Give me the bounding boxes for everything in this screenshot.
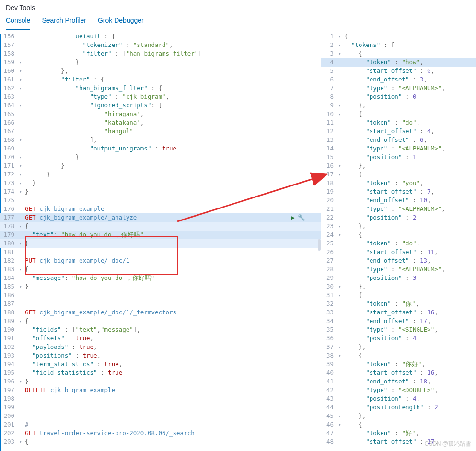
code-line[interactable]: 40 "start_offset" : 16, xyxy=(321,369,476,377)
fold-icon[interactable]: ▾ xyxy=(338,110,344,118)
fold-icon[interactable]: ▾ xyxy=(338,170,344,179)
code-line[interactable]: 4 "token" : "how", xyxy=(321,58,476,67)
code-line[interactable]: 202GET travel-order-service-pro-2020.08.… xyxy=(0,429,321,438)
code-line[interactable]: 201#------------------------------------… xyxy=(0,420,321,429)
code-line[interactable]: 28 "type" : "<ALPHANUM>", xyxy=(321,265,476,274)
code-line[interactable]: 25 "token" : "do", xyxy=(321,239,476,248)
code-line[interactable]: 160▾ }, xyxy=(0,67,321,75)
code-line[interactable]: 204▾ "query": { xyxy=(0,446,321,448)
fold-icon[interactable]: ▾ xyxy=(338,41,344,49)
code-line[interactable]: 20 "end_offset" : 10, xyxy=(321,196,476,205)
code-line[interactable]: 182PUT cjk_bigram_example/_doc/1 xyxy=(0,256,321,265)
code-line[interactable]: 42 "type" : "<DOUBLE>", xyxy=(321,386,476,394)
code-line[interactable]: 38▾ { xyxy=(321,351,476,360)
code-line[interactable]: 31▾ { xyxy=(321,291,476,300)
code-line[interactable]: 166 "katakana", xyxy=(0,118,321,127)
fold-icon[interactable]: ▾ xyxy=(19,222,25,231)
code-line[interactable]: 165 "hiragana", xyxy=(0,110,321,118)
code-line[interactable]: 34 "end_offset" : 17, xyxy=(321,317,476,325)
code-line[interactable]: 170▾ } xyxy=(0,153,321,162)
wrench-icon[interactable]: 🔧 xyxy=(298,213,305,222)
code-line[interactable]: 193 "positions" : true, xyxy=(0,351,321,360)
code-line[interactable]: 171▾ } xyxy=(0,162,321,170)
code-line[interactable]: 39 "token" : "你好", xyxy=(321,360,476,369)
code-line[interactable]: 22 "position" : 2 xyxy=(321,213,476,222)
code-line[interactable]: 12 "start_offset" : 4, xyxy=(321,127,476,136)
fold-icon[interactable]: ▾ xyxy=(19,179,25,187)
code-line[interactable]: 190 "fields" : ["text","message"], xyxy=(0,325,321,334)
code-line[interactable]: 203▾{ xyxy=(0,438,321,446)
play-icon[interactable]: ▶ xyxy=(291,213,295,222)
code-line[interactable]: 1▾{ xyxy=(321,32,476,41)
fold-icon[interactable]: ▾ xyxy=(19,75,25,84)
code-line[interactable]: 181 xyxy=(0,248,321,256)
code-line[interactable]: 158 "filter" : ["han_bigrams_filter"] xyxy=(0,49,321,58)
fold-icon[interactable]: ▾ xyxy=(19,187,25,196)
tab-search-profiler[interactable]: Search Profiler xyxy=(42,16,86,30)
fold-icon[interactable]: ▾ xyxy=(338,49,344,58)
code-line[interactable]: 5 "start_offset" : 0, xyxy=(321,67,476,75)
fold-icon[interactable]: ▾ xyxy=(338,101,344,110)
code-line[interactable]: 27 "end_offset" : 13, xyxy=(321,256,476,265)
code-line[interactable]: 18 "token" : "you", xyxy=(321,179,476,187)
code-line[interactable]: 6 "end_offset" : 3, xyxy=(321,75,476,84)
code-line[interactable]: 173▾ } xyxy=(0,179,321,187)
code-line[interactable]: 157 "tokenizer" : "standard", xyxy=(0,41,321,49)
fold-icon[interactable]: ▾ xyxy=(19,162,25,170)
code-line[interactable]: 2▾ "tokens" : [ xyxy=(321,41,476,49)
code-line[interactable]: 13 "end_offset" : 6, xyxy=(321,136,476,144)
code-line[interactable]: 179 "text": "how do you do ，你好吗" xyxy=(0,231,321,239)
code-line[interactable]: 162▾ "han_bigrams_filter" : { xyxy=(0,84,321,93)
code-line[interactable]: 10▾ { xyxy=(321,110,476,118)
code-line[interactable]: 169 "output_unigrams" : true xyxy=(0,144,321,153)
code-line[interactable]: 7 "type" : "<ALPHANUM>", xyxy=(321,84,476,93)
fold-icon[interactable]: ▾ xyxy=(19,58,25,67)
request-editor[interactable]: 156 ueiauit : {157 "tokenizer" : "standa… xyxy=(0,30,321,448)
code-line[interactable]: 178▾{ xyxy=(0,222,321,231)
code-line[interactable]: 45▾ }, xyxy=(321,412,476,420)
code-line[interactable]: 194 "term_statistics" : true, xyxy=(0,360,321,369)
fold-icon[interactable]: ▾ xyxy=(338,291,344,300)
code-line[interactable]: 172▾ } xyxy=(0,170,321,179)
code-line[interactable]: 24▾ { xyxy=(321,231,476,239)
tab-console[interactable]: Console xyxy=(6,16,30,30)
fold-icon[interactable]: ▾ xyxy=(338,420,344,429)
code-line[interactable]: 184 "message": "how do you do ，你好吗" xyxy=(0,274,321,282)
code-line[interactable]: 199 xyxy=(0,403,321,412)
panel-resize-handle[interactable] xyxy=(318,239,321,251)
code-line[interactable]: 17▾ { xyxy=(321,170,476,179)
fold-icon[interactable]: ▾ xyxy=(19,153,25,162)
code-line[interactable]: 163 "type" : "cjk_bigram", xyxy=(0,93,321,101)
code-line[interactable]: 9▾ }, xyxy=(321,101,476,110)
fold-icon[interactable]: ▾ xyxy=(19,265,25,274)
code-line[interactable]: 197DELETE cjk_bigram_example xyxy=(0,386,321,394)
code-line[interactable]: 46▾ { xyxy=(321,420,476,429)
code-line[interactable]: 191 "offsets" : true, xyxy=(0,334,321,343)
fold-icon[interactable]: ▾ xyxy=(19,239,25,248)
code-line[interactable]: 30▾ }, xyxy=(321,282,476,291)
code-line[interactable]: 187 xyxy=(0,300,321,308)
code-line[interactable]: 16▾ }, xyxy=(321,162,476,170)
code-line[interactable]: 19 "start_offset" : 7, xyxy=(321,187,476,196)
code-line[interactable]: 185▾} xyxy=(0,282,321,291)
code-line[interactable]: 167 "hangul" xyxy=(0,127,321,136)
code-line[interactable]: 200 xyxy=(0,412,321,420)
response-viewer[interactable]: 1▾{2▾ "tokens" : [3▾ {4 "token" : "how",… xyxy=(321,30,476,448)
fold-icon[interactable]: ▾ xyxy=(338,282,344,291)
fold-icon[interactable]: ▾ xyxy=(19,446,25,448)
code-line[interactable]: 174▾} xyxy=(0,187,321,196)
code-line[interactable]: 26 "start_offset" : 11, xyxy=(321,248,476,256)
code-line[interactable]: 195 "field_statistics" : true xyxy=(0,369,321,377)
code-line[interactable]: 35 "type" : "<SINGLE>", xyxy=(321,325,476,334)
code-line[interactable]: 33 "start_offset" : 16, xyxy=(321,308,476,317)
fold-icon[interactable]: ▾ xyxy=(19,101,25,110)
code-line[interactable]: 29 "position" : 3 xyxy=(321,274,476,282)
fold-icon[interactable]: ▾ xyxy=(19,84,25,93)
fold-icon[interactable]: ▾ xyxy=(19,317,25,325)
fold-icon[interactable]: ▾ xyxy=(338,351,344,360)
fold-icon[interactable]: ▾ xyxy=(338,222,344,231)
tab-grok-debugger[interactable]: Grok Debugger xyxy=(98,16,144,30)
code-line[interactable]: 164▾ "ignored_scripts": [ xyxy=(0,101,321,110)
code-line[interactable]: 41 "end_offset" : 18, xyxy=(321,377,476,386)
code-line[interactable]: 23▾ }, xyxy=(321,222,476,231)
